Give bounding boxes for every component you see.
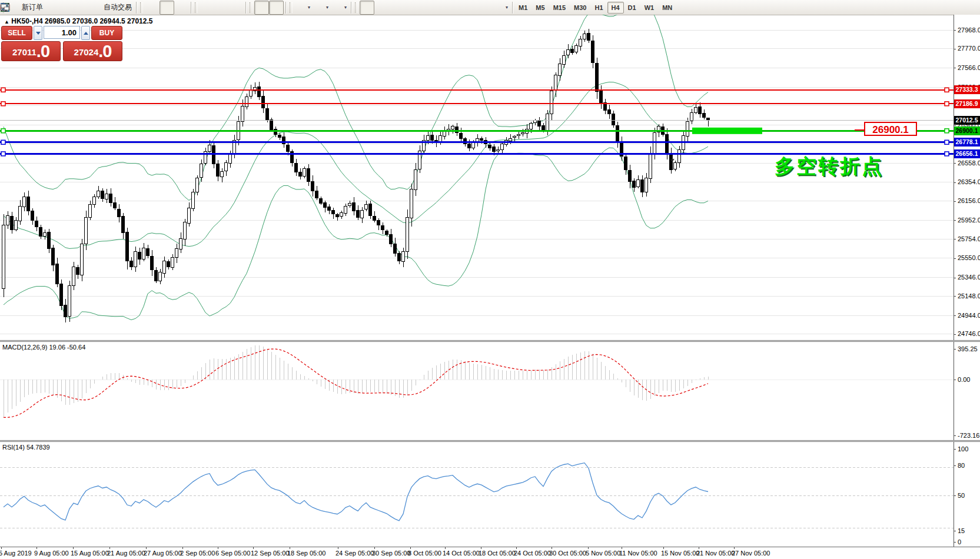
volume-decrease-button[interactable] — [34, 26, 42, 40]
search-button[interactable] — [940, 1, 955, 15]
buy-price-box[interactable]: 27024.0 — [63, 41, 122, 61]
price-line-badge-26778.1: 26778.1 — [954, 138, 980, 147]
text-button[interactable]: A — [463, 1, 477, 15]
bars-chart-button[interactable] — [145, 1, 160, 15]
zoom-in-button[interactable] — [200, 1, 214, 15]
chart-text-annotation[interactable]: 多空转折点 — [775, 153, 883, 180]
timeframe-m15-button[interactable]: M15 — [549, 2, 570, 14]
timeframe-h4-button[interactable]: H4 — [607, 2, 624, 14]
tile-windows-button[interactable] — [229, 1, 244, 15]
axis-tick-label: 26354.0 — [958, 178, 980, 185]
price-axis-border — [954, 15, 954, 547]
time-tick-label: 18 Sep 05:00 — [287, 550, 325, 557]
time-tick-label: 5 Nov 05:00 — [586, 550, 620, 557]
timeframe-mn-button[interactable]: MN — [658, 2, 676, 14]
sell-button[interactable]: SELL — [1, 26, 32, 40]
toolbar-separator — [512, 2, 513, 14]
price-line-badge-27333.3: 27333.3 — [954, 85, 980, 94]
ohlc-values: 26985.0 27036.0 26944.5 27012.5 — [45, 17, 153, 25]
cursor-button[interactable] — [360, 1, 374, 15]
zoom-out-button[interactable] — [214, 1, 229, 15]
toolbar-separator — [136, 2, 137, 14]
pane-divider[interactable] — [0, 340, 980, 342]
time-tick-mark — [410, 547, 411, 549]
volume-increase-button[interactable] — [81, 26, 90, 40]
timeframe-d1-button[interactable]: D1 — [624, 2, 640, 14]
time-tick-mark — [481, 547, 481, 549]
time-tick-mark — [622, 547, 622, 549]
time-tick-label: 2 Sep 05:00 — [180, 550, 215, 557]
time-tick-mark — [516, 547, 517, 549]
text-icon: A — [465, 2, 475, 12]
new-order-button[interactable]: 新订单 — [8, 1, 45, 15]
line-chart-button[interactable] — [174, 1, 189, 15]
macd-pane-plot[interactable] — [0, 342, 954, 440]
market-button[interactable] — [60, 1, 75, 15]
equidistant-channel-button[interactable]: E — [433, 1, 448, 15]
time-tick-mark — [699, 547, 699, 549]
channel-icon: E — [436, 2, 446, 12]
toolbar-grip — [250, 2, 253, 13]
dropdown-arrow-icon: ▾ — [308, 5, 310, 10]
time-tick-label: 30 Oct 05:00 — [549, 550, 586, 557]
time-axis[interactable]: 5 Aug 20199 Aug 05:0015 Aug 05:0021 Aug … — [0, 547, 980, 559]
time-tick-label: 15 Aug 05:00 — [71, 550, 109, 557]
market-icon — [62, 2, 72, 12]
rsi-pane-plot[interactable] — [0, 442, 954, 547]
chat-button[interactable] — [959, 1, 974, 15]
indicators-button[interactable]: ▾ — [294, 1, 313, 15]
autotrading-button[interactable]: 自动交易 — [89, 1, 134, 15]
price-callout-label[interactable]: 26900.1 — [864, 122, 917, 136]
macd-histogram — [4, 345, 708, 417]
time-tick-label: 24 Oct 05:00 — [514, 550, 551, 557]
fibonacci-button[interactable]: F — [448, 1, 463, 15]
time-tick-mark — [1, 547, 2, 549]
arrows-button[interactable]: ▾ — [492, 1, 510, 15]
mt4-terminal: { "toolbar": { "groups": [ {"name":"trad… — [0, 0, 980, 559]
toolbar-separator — [245, 2, 246, 14]
volume-input[interactable] — [44, 26, 80, 39]
axis-tick-label: 0 — [958, 538, 961, 545]
indicators-icon — [297, 2, 307, 12]
time-tick-mark — [36, 547, 37, 549]
chart-shift-button[interactable] — [269, 1, 284, 15]
new-order-icon — [10, 2, 20, 12]
toolbar-right — [940, 1, 979, 15]
buy-button[interactable]: BUY — [91, 26, 122, 40]
toolbar-grip — [140, 2, 143, 13]
time-tick-label: 12 Sep 05:00 — [251, 550, 289, 557]
timeframe-m5-button[interactable]: M5 — [531, 2, 549, 14]
timeframe-w1-button[interactable]: W1 — [640, 2, 659, 14]
templates-button[interactable]: ▾ — [331, 1, 349, 15]
vertical-line-button[interactable] — [389, 1, 404, 15]
buy-price-main: 27024 — [74, 45, 99, 60]
toolbar-separator — [285, 2, 286, 14]
crosshair-button[interactable] — [374, 1, 389, 15]
collapse-triangle-icon[interactable]: ▲ — [4, 19, 9, 25]
timeframe-m30-button[interactable]: M30 — [570, 2, 590, 14]
pane-divider[interactable] — [0, 440, 980, 442]
time-tick-mark — [73, 547, 74, 549]
text-label-button[interactable]: T — [477, 1, 492, 15]
toolbar-grip — [355, 2, 358, 13]
trendline-button[interactable] — [418, 1, 433, 15]
candlestick-chart-button[interactable] — [160, 1, 174, 15]
highlight-trend-segment[interactable] — [692, 128, 762, 134]
auto-scroll-button[interactable] — [254, 1, 269, 15]
axis-tick-label: 25952.0 — [958, 217, 980, 224]
time-tick-mark — [552, 547, 552, 549]
axis-tick-label: 100 — [958, 445, 968, 452]
toolbar-grip — [290, 2, 293, 13]
timeframe-m1-button[interactable]: M1 — [514, 2, 531, 14]
mql5-community-button[interactable] — [45, 1, 60, 15]
hline-icon — [406, 2, 416, 12]
signals-button[interactable] — [75, 1, 89, 15]
timeframe-h1-button[interactable]: H1 — [590, 2, 607, 14]
periods-button[interactable]: ▾ — [313, 1, 331, 15]
time-tick-mark — [218, 547, 218, 549]
horizontal-line-button[interactable] — [404, 1, 418, 15]
toolbar-grip — [195, 2, 198, 13]
vline-icon — [391, 2, 401, 12]
price-axis[interactable]: 27968.027770.027566.027362.027164.026960… — [954, 15, 980, 547]
sell-price-box[interactable]: 27011.0 — [1, 41, 61, 61]
